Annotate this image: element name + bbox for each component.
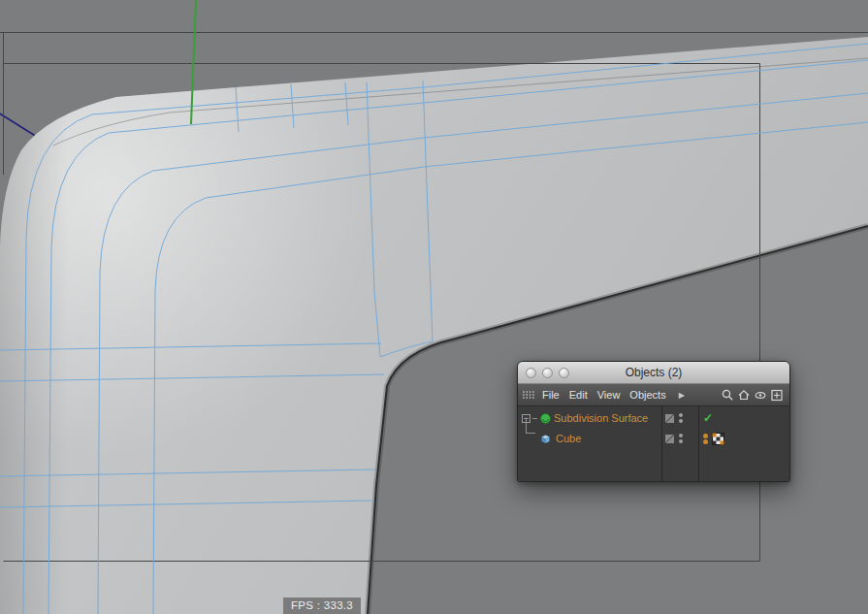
viewport-canvas[interactable] [0, 0, 868, 614]
viewport[interactable]: FPS : 333.3 Objects (2) File [0, 0, 868, 614]
search-icon[interactable] [721, 388, 734, 402]
tree-row-subdivision-surface[interactable]: − Subdivision Surface ✓ [518, 408, 789, 428]
visibility-dots[interactable] [679, 434, 683, 443]
objects-panel: Objects (2) File Edit View Objects ▶ [517, 361, 790, 482]
window-button-zoom[interactable] [559, 368, 569, 378]
material-dots-icon[interactable] [703, 434, 708, 444]
panel-toolbar [721, 388, 786, 402]
menu-edit[interactable]: Edit [569, 389, 588, 401]
tree-twig [532, 418, 537, 419]
layer-toggle[interactable] [665, 435, 674, 443]
menu-view[interactable]: View [597, 389, 621, 401]
objects-panel-titlebar[interactable]: Objects (2) [518, 362, 789, 384]
window-buttons [526, 362, 569, 383]
object-label[interactable]: Cube [556, 433, 581, 444]
tag-cell [698, 429, 788, 448]
expand-collapse-toggle[interactable]: − [522, 414, 530, 423]
menu-overflow-icon[interactable]: ▶ [679, 391, 685, 400]
visibility-dots[interactable] [679, 413, 683, 423]
enabled-checkmark-icon[interactable]: ✓ [703, 412, 713, 424]
home-icon[interactable] [737, 388, 751, 402]
cube-icon [539, 433, 552, 445]
name-cell: Cube [518, 429, 661, 448]
add-icon[interactable] [770, 388, 784, 402]
toggle-cell [661, 408, 698, 428]
window-button-close[interactable] [526, 368, 536, 378]
fps-counter: FPS : 333.3 [283, 598, 361, 614]
menu-objects[interactable]: Objects [629, 389, 665, 401]
grip-icon[interactable] [522, 389, 535, 401]
window-button-minimize[interactable] [542, 368, 553, 378]
objects-panel-menubar: File Edit View Objects ▶ [518, 384, 789, 406]
tag-cell: ✓ [698, 408, 788, 428]
texture-checkerboard-icon[interactable] [712, 433, 724, 445]
menu-file[interactable]: File [542, 389, 560, 401]
object-label[interactable]: Subdivision Surface [554, 412, 648, 424]
tree-row-cube[interactable]: Cube [518, 429, 789, 448]
subdivision-surface-icon [539, 412, 552, 425]
layer-toggle[interactable] [665, 414, 674, 423]
objects-panel-body: − Subdivision Surface ✓ [518, 406, 789, 481]
toggle-cell [661, 429, 698, 448]
eye-icon[interactable] [754, 388, 767, 402]
name-cell: − Subdivision Surface [518, 408, 661, 428]
